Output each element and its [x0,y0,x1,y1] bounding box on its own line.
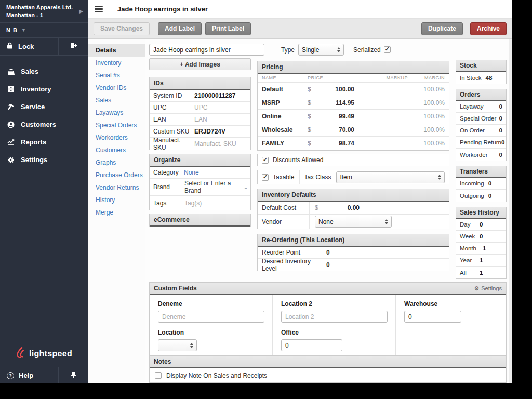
price-input[interactable]: 100.00 [319,86,354,93]
brand-select[interactable]: Select or Enter a Brand ⌄ [184,180,248,194]
ecommerce-header[interactable]: eCommerce [150,214,250,227]
office-label: Office [281,329,387,336]
add-label-button[interactable]: Add Label [158,22,202,35]
notes-card: Notes Display Note On Sales and Receipts [149,355,507,383]
price-input[interactable]: 99.49 [319,113,354,120]
subnav-item-graphs[interactable]: Graphs [88,156,145,169]
discounts-allowed-checkbox[interactable] [262,157,269,164]
office-input[interactable] [281,339,342,351]
logout-icon [70,42,77,51]
orders-header: Orders [456,89,506,101]
sidebar-item-sales[interactable]: Sales [0,63,88,81]
price-input[interactable]: 114.95 [319,99,354,107]
lightspeed-logo: lightspeed [0,347,88,367]
subnav-item-vendor-ids[interactable]: Vendor IDs [88,82,145,94]
subnav-item-details[interactable]: Details [88,44,145,57]
sidebar-item-customers[interactable]: Customers [0,116,88,134]
user-initials: N B [6,27,18,33]
col-name: NAME [262,75,308,81]
app-window: Manhattan Apparels Ltd. Manhattan - 1 ▶ … [0,0,512,383]
reorder-point-input[interactable]: 0 [321,249,330,256]
warehouse-input[interactable] [404,311,461,323]
sidebar-item-settings[interactable]: Settings [0,151,88,169]
margin-value: 100.0% [423,86,445,93]
price-input[interactable]: 70.00 [319,126,354,134]
shop-name-line1: Manhattan Apparels Ltd. [6,4,79,11]
right-column: Stock In Stock 48 Orders Layaway 0 Speci… [456,60,507,284]
subnav-item-sales[interactable]: Sales [88,94,145,107]
transfers-header: Transfers [456,166,506,178]
custom-sku-input[interactable]: ERJD724V [190,128,225,135]
subnav-item-vendor-returns[interactable]: Vendor Returns [88,181,145,194]
chevron-down-icon: ⌄ [243,183,248,191]
default-cost-field: $ 0.00 [310,204,449,211]
location2-input[interactable] [281,311,388,323]
special-order-row: Special Order 0 [456,113,506,125]
lock-button[interactable]: Lock [0,38,59,55]
taxable-checkbox[interactable] [262,174,269,181]
upc-input[interactable]: UPC [190,104,207,111]
subnav-item-special-orders[interactable]: Special Orders [88,119,145,131]
updown-icon [337,47,340,52]
vendor-select[interactable]: None [315,216,392,228]
ean-input[interactable]: EAN [190,116,207,123]
chevron-right-icon: ▶ [79,8,83,14]
custom-fields-settings-button[interactable]: ⚙ Settings [474,285,502,292]
help-button[interactable]: ? Help [0,367,59,383]
discounts-allowed-row: Discounts Allowed [257,154,449,166]
default-cost-row: Default Cost $ 0.00 [258,202,449,215]
desired-inventory-input[interactable]: 0 [321,261,330,269]
add-images-button[interactable]: + Add Images [149,58,251,70]
archive-button[interactable]: Archive [470,22,507,35]
user-menu[interactable]: N B ▼ [0,23,88,38]
stat-label: All [460,270,480,276]
product-name-input[interactable] [149,44,264,56]
subnav-item-workorders[interactable]: Workorders [88,131,145,144]
custom-fields-title: Custom Fields [154,285,197,292]
organize-header: Organize [150,154,250,167]
serialized-checkbox[interactable] [384,46,391,53]
subnav-item-layaways[interactable]: Layaways [88,107,145,119]
subnav-item-inventory[interactable]: Inventory [88,57,145,69]
subnav-item-history[interactable]: History [88,194,145,206]
category-label: Category [150,167,184,178]
subnav-item-merge[interactable]: Merge [88,206,145,219]
ids-row-upc: UPC UPC [150,102,250,114]
logout-button[interactable] [59,38,88,55]
subnav-item-purchase-orders[interactable]: Purchase Orders [88,169,145,181]
tax-class-select[interactable]: Item [336,171,445,183]
price-input[interactable]: 98.74 [319,140,354,147]
sidebar-item-label: Inventory [21,85,51,93]
pin-button[interactable] [59,367,88,383]
sidebar-item-inventory[interactable]: Inventory [0,81,88,98]
sidebar-item-reports[interactable]: Reports [0,134,88,151]
shop-switcher[interactable]: Manhattan Apparels Ltd. Manhattan - 1 ▶ [0,0,88,23]
subnav-item-serials[interactable]: Serial #s [88,69,145,82]
default-cost-input[interactable]: 0.00 [328,204,360,211]
location-select[interactable] [158,339,197,351]
duplicate-button[interactable]: Duplicate [421,22,463,35]
sidebar-item-service[interactable]: Service [0,98,88,116]
print-label-button[interactable]: Print Label [205,22,251,35]
custom-fields-body: Deneme Location Location 2 Office [150,295,506,356]
pricing-row-family: FAMILY $ 98.74 100.0% [258,137,449,150]
col-markup: MARKUP [386,75,408,81]
subnav-item-customers[interactable]: Customers [88,144,145,156]
deneme-input[interactable] [158,311,264,323]
in-stock-value: 48 [486,75,493,81]
save-changes-button[interactable]: Save Changes [94,22,150,35]
display-note-checkbox[interactable] [155,372,162,379]
person-icon [7,121,15,128]
price-name: Default [262,86,308,93]
brand-placeholder: Select or Enter a Brand [184,180,243,194]
location2-label: Location 2 [281,300,387,308]
type-select[interactable]: Single [298,44,344,56]
category-value-link[interactable]: None [184,169,199,176]
manufact-sku-input[interactable]: Manufact. SKU [190,140,236,148]
tags-input[interactable] [184,200,248,207]
tax-class-label: Tax Class [304,174,331,181]
discounts-allowed-label: Discounts Allowed [273,156,323,164]
hamburger-menu-icon[interactable] [88,0,109,18]
content-scrollbar[interactable] [509,39,512,383]
margin-value: 100.0% [423,99,445,107]
